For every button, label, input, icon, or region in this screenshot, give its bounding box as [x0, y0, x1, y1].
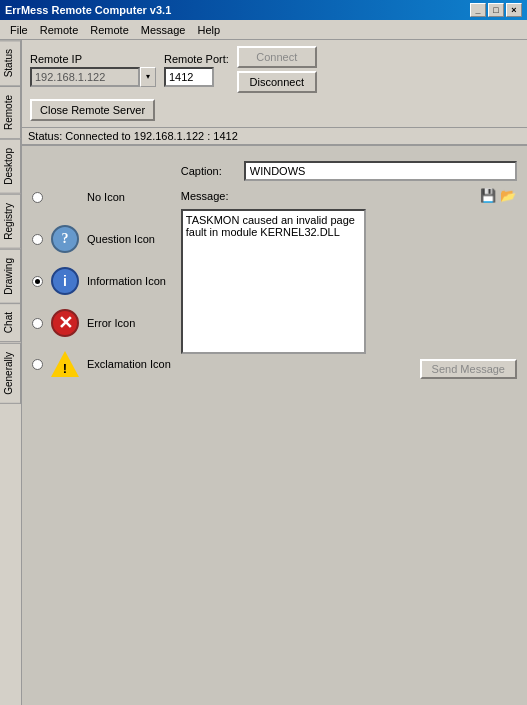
connect-button[interactable]: Connect: [237, 46, 317, 68]
menu-file[interactable]: File: [4, 22, 34, 38]
title-bar: ErrMess Remote Computer v3.1 _ □ ×: [0, 0, 527, 20]
tab-remote[interactable]: Remote: [0, 86, 21, 139]
remote-ip-combo: ▾: [30, 67, 156, 87]
no-icon-radio[interactable]: [32, 192, 43, 203]
no-icon-row: No Icon: [32, 181, 171, 213]
information-icon-label: Information Icon: [87, 275, 166, 287]
message-toolbar: 💾 📂: [479, 186, 517, 204]
radio-selected-dot: [35, 279, 40, 284]
remote-ip-input[interactable]: [30, 67, 140, 87]
remote-port-input[interactable]: [164, 67, 214, 87]
error-icon-label: Error Icon: [87, 317, 135, 329]
top-controls: Remote IP ▾ Remote Port: Connect Disconn…: [22, 40, 527, 128]
title-text: ErrMess Remote Computer v3.1: [5, 4, 171, 16]
information-icon-radio[interactable]: [32, 276, 43, 287]
question-icon-graphic: ?: [51, 225, 79, 253]
exclamation-icon-row: ! Exclamation Icon: [32, 349, 171, 379]
controls-row: Remote IP ▾ Remote Port: Connect Disconn…: [30, 46, 519, 93]
connect-buttons: Connect Disconnect: [237, 46, 317, 93]
error-icon-radio[interactable]: [32, 318, 43, 329]
caption-row: Caption:: [181, 161, 517, 181]
tab-status[interactable]: Status: [0, 40, 21, 86]
information-icon: i: [49, 265, 81, 297]
exclamation-icon-label: Exclamation Icon: [87, 358, 171, 370]
remote-port-label: Remote Port:: [164, 53, 229, 65]
tab-registry[interactable]: Registry: [0, 194, 21, 249]
information-icon-row: i Information Icon: [32, 265, 171, 297]
question-icon-label: Question Icon: [87, 233, 155, 245]
message-label: Message:: [181, 188, 236, 202]
content-panel: No Icon ? Question Icon: [22, 146, 527, 705]
menu-bar: File Remote Remote Message Help: [0, 20, 527, 40]
remote-port-group: Remote Port:: [164, 53, 229, 87]
caption-input[interactable]: [244, 161, 517, 181]
close-button[interactable]: ×: [506, 3, 522, 17]
exclamation-mark: !: [63, 361, 67, 376]
disconnect-button[interactable]: Disconnect: [237, 71, 317, 93]
minimize-button[interactable]: _: [470, 3, 486, 17]
question-icon: ?: [49, 223, 81, 255]
send-message-button[interactable]: Send Message: [420, 359, 517, 379]
menu-message[interactable]: Message: [135, 22, 192, 38]
two-column-layout: No Icon ? Question Icon: [32, 161, 517, 379]
information-icon-graphic: i: [51, 267, 79, 295]
error-icon-row: ✕ Error Icon: [32, 307, 171, 339]
no-icon-label: No Icon: [87, 191, 125, 203]
icon-selector: No Icon ? Question Icon: [32, 161, 171, 379]
left-tab-panel: Status Remote Desktop Registry Drawing C…: [0, 40, 22, 705]
remote-ip-label: Remote IP: [30, 53, 156, 65]
error-icon-graphic: ✕: [51, 309, 79, 337]
save-icon[interactable]: 💾: [479, 186, 497, 204]
remote-ip-group: Remote IP ▾: [30, 53, 156, 87]
close-server-row: Close Remote Server: [30, 99, 519, 121]
exclamation-icon: !: [49, 349, 81, 379]
no-icon-placeholder: [49, 181, 81, 213]
tab-drawing[interactable]: Drawing: [0, 249, 21, 304]
right-panel: Remote IP ▾ Remote Port: Connect Disconn…: [22, 40, 527, 705]
menu-remote-2[interactable]: Remote: [84, 22, 135, 38]
question-icon-row: ? Question Icon: [32, 223, 171, 255]
remote-ip-dropdown[interactable]: ▾: [140, 67, 156, 87]
menu-remote-1[interactable]: Remote: [34, 22, 85, 38]
tab-chat[interactable]: Chat: [0, 303, 21, 342]
tab-desktop[interactable]: Desktop: [0, 139, 21, 194]
caption-label: Caption:: [181, 165, 236, 177]
status-text: Status: Connected to 192.168.1.122 : 141…: [28, 130, 238, 142]
folder-icon[interactable]: 📂: [499, 186, 517, 204]
exclamation-icon-radio[interactable]: [32, 359, 43, 370]
tab-generally[interactable]: Generally: [0, 343, 21, 404]
message-textarea[interactable]: TASKMON caused an invalid page fault in …: [181, 209, 366, 354]
status-bar: Status: Connected to 192.168.1.122 : 141…: [22, 128, 527, 146]
message-form: Caption: Message: 💾 📂 TASKMON caused an …: [181, 161, 517, 379]
question-icon-radio[interactable]: [32, 234, 43, 245]
window-controls: _ □ ×: [470, 3, 522, 17]
message-header-row: Message: 💾 📂: [181, 186, 517, 204]
error-icon: ✕: [49, 307, 81, 339]
menu-help[interactable]: Help: [191, 22, 226, 38]
maximize-button[interactable]: □: [488, 3, 504, 17]
main-content: Status Remote Desktop Registry Drawing C…: [0, 40, 527, 705]
close-server-button[interactable]: Close Remote Server: [30, 99, 155, 121]
